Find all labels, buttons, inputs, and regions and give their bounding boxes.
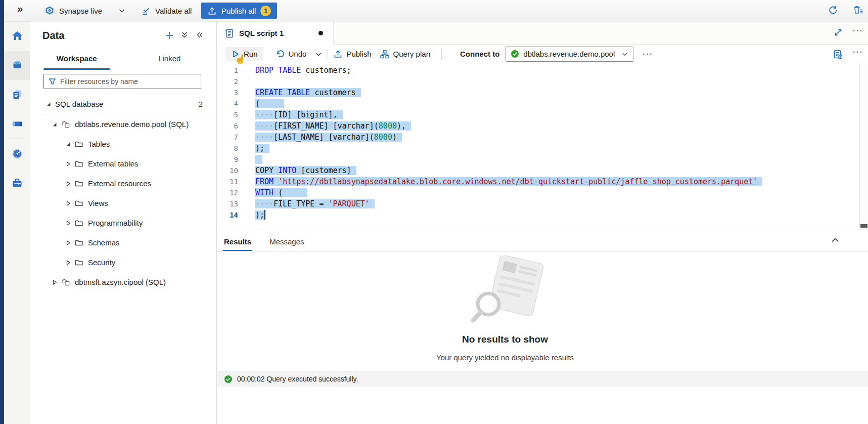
publish-count-badge: 1 [260, 6, 271, 16]
tree-row[interactable]: dbtlabs.revenue.demo.pool (SQL) [30, 114, 216, 134]
tab-workspace[interactable]: Workspace [30, 51, 123, 69]
selection-highlight: FROM 'https://dbtlabsynapsedatalake.blob… [255, 177, 762, 186]
chevron-expanded-icon[interactable] [51, 121, 58, 128]
publish-all-button[interactable]: Publish all 1 [201, 3, 277, 19]
environment-switcher[interactable]: Synapse live [44, 4, 126, 18]
code-line-12[interactable]: 12WITH ( [217, 187, 859, 198]
chevron-collapsed-icon[interactable] [64, 240, 72, 246]
selection-highlight: ····[LAST_NAME] [varchar](8000) [255, 133, 402, 142]
folder-icon [75, 160, 83, 167]
chevron-collapsed-icon[interactable] [64, 260, 72, 266]
toolbar-divider [441, 49, 442, 60]
tree-row[interactable]: External tables [30, 154, 216, 174]
code-line-14[interactable]: 14); [217, 209, 859, 221]
code-line-13[interactable]: 13····FILE_TYPE = 'PARQUET' [217, 198, 859, 209]
nav-monitor[interactable] [4, 139, 30, 168]
sql-editor[interactable]: 1DROP TABLE customers;23CREATE TABLE cus… [217, 63, 868, 230]
undo-button[interactable]: Undo [276, 50, 307, 59]
add-resource-button[interactable] [164, 30, 174, 40]
overview-ruler[interactable] [859, 63, 868, 230]
tree-label: dbtmsft.azsyn.cipool (SQL) [75, 278, 166, 286]
selection-highlight: COPY INTO [customers] [255, 166, 356, 175]
synapse-studio-window: » Synapse live Validate all Publish all … [0, 0, 868, 424]
code-line-2[interactable]: 2 [217, 76, 859, 87]
refresh-icon[interactable] [828, 5, 839, 16]
line-number: 3 [217, 87, 238, 98]
synapse-icon [44, 6, 55, 16]
selection-highlight: ····[FIRST_NAME] [varchar](8000), [255, 121, 411, 131]
code-line-5[interactable]: 5····[ID] [bigint], [217, 109, 859, 120]
line-number: 14 [217, 209, 238, 221]
nav-integrate[interactable] [4, 109, 30, 139]
chevron-expanded-icon[interactable] [44, 101, 52, 107]
tree-row[interactable]: Tables [30, 134, 216, 154]
tree-label: Security [88, 258, 115, 267]
filter-input[interactable] [60, 77, 197, 86]
tab-sql-script-1[interactable]: SQL script 1 [217, 21, 334, 45]
code-line-10[interactable]: 10COPY INTO [customers] [217, 165, 859, 176]
code-line-11[interactable]: 11FROM 'https://dbtlabsynapsedatalake.bl… [217, 176, 859, 187]
tree-row[interactable]: Schemas [30, 233, 216, 252]
tree-row[interactable]: Programmability [30, 213, 216, 233]
nav-data[interactable] [4, 51, 30, 80]
code-line-6[interactable]: 6····[FIRST_NAME] [varchar](8000), [217, 120, 859, 132]
query-status-bar: 00:00:02 Query executed successfully. [217, 371, 868, 387]
tree-label: External resources [88, 179, 151, 188]
code-line-7[interactable]: 7····[LAST_NAME] [varchar](8000) [217, 132, 859, 143]
expand-breadcrumb-button[interactable]: » [17, 3, 23, 15]
no-results-illustration [457, 256, 553, 329]
tab-more-button[interactable]: ··· [853, 26, 863, 35]
chevron-collapsed-icon[interactable] [64, 200, 72, 206]
properties-icon[interactable] [833, 49, 843, 60]
toolbar-right-more-button[interactable]: ··· [853, 48, 863, 56]
code-line-3[interactable]: 3CREATE TABLE customers [217, 87, 859, 98]
expand-editor-icon[interactable] [834, 28, 843, 37]
chevron-collapsed-icon[interactable] [64, 181, 72, 187]
undo-split-chevron-icon[interactable] [314, 50, 323, 58]
collapse-all-icon[interactable] [180, 30, 189, 39]
code-line-1[interactable]: 1DROP TABLE customers; [217, 65, 859, 76]
tab-messages[interactable]: Messages [268, 237, 305, 251]
line-number: 7 [217, 132, 238, 143]
tab-results[interactable]: Results [223, 237, 252, 251]
selection-highlight: ( [255, 99, 284, 108]
line-number: 4 [217, 98, 238, 109]
environment-label: Synapse live [59, 7, 102, 15]
tree-row[interactable]: Views [30, 193, 216, 213]
validate-icon [142, 6, 151, 16]
code-line-9[interactable]: 9 [217, 154, 859, 165]
code-line-8[interactable]: 8); [217, 143, 859, 154]
selection-highlight: CREATE TABLE customers [255, 88, 361, 97]
tree-label: Programmability [88, 219, 143, 227]
tree-row[interactable]: Security [30, 252, 216, 272]
sql-pool-icon [61, 278, 70, 286]
chevron-collapsed-icon[interactable] [64, 161, 72, 167]
cursor-position-marker [860, 224, 867, 228]
discard-trash-icon[interactable] [852, 5, 864, 16]
collapse-results-chevron-icon[interactable] [830, 235, 840, 245]
nav-home[interactable] [4, 21, 30, 51]
code-line-4[interactable]: 4( [217, 98, 859, 109]
folder-icon [75, 140, 83, 148]
tree-row[interactable]: SQL database2 [30, 94, 216, 114]
query-plan-button[interactable]: Query plan [380, 49, 430, 59]
chevron-expanded-icon[interactable] [64, 141, 72, 147]
chevron-down-icon[interactable] [118, 7, 126, 15]
publish-button[interactable]: Publish [333, 49, 371, 59]
chevron-collapsed-icon[interactable] [51, 279, 58, 285]
connection-dropdown[interactable]: dbtlabs.revenue.demo.pool [506, 47, 633, 62]
nav-manage[interactable] [4, 168, 30, 198]
main-area: SQL script 1 ··· Run Undo Publish [216, 21, 868, 424]
collapse-panel-icon[interactable] [195, 30, 204, 39]
data-icon [11, 59, 23, 71]
selection-highlight: ); [255, 144, 269, 153]
validate-all-button[interactable]: Validate all [142, 4, 192, 18]
chevron-collapsed-icon[interactable] [64, 220, 72, 226]
data-panel-tabs: Workspace Linked [30, 51, 216, 69]
tree-row[interactable]: External resources [30, 174, 216, 193]
toolbar-more-button[interactable]: ··· [643, 50, 653, 58]
tab-linked[interactable]: Linked [123, 51, 216, 69]
nav-develop[interactable] [4, 80, 30, 109]
line-number: 9 [217, 154, 238, 165]
tree-row[interactable]: dbtmsft.azsyn.cipool (SQL) [30, 272, 216, 292]
